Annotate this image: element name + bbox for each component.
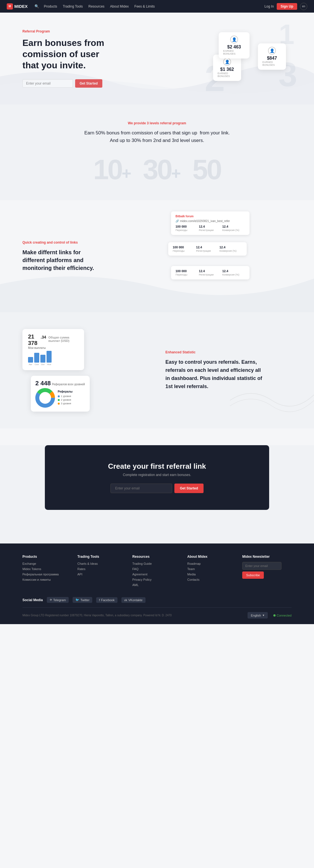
referrals-count: 2 448	[35, 380, 51, 387]
stats-demo: 21 378 .34 Общая сумма выплат (USD) Мои …	[22, 329, 149, 412]
bar-label-aug: Авг	[29, 363, 32, 366]
bar-sep	[34, 353, 39, 363]
footer-fees[interactable]: Комиссии и лимиты	[22, 578, 72, 581]
levels-description: Earn 50% bonus from comission of users t…	[73, 129, 241, 144]
levels-section: We provide 3 levels referral program Ear…	[0, 104, 314, 200]
bonus-label-2: EARNED BONUSES	[218, 72, 237, 78]
hero-bonus-cards: 1 2 3 👤 $2 463 EARNED BONUSES 👤 $1 362 E…	[213, 24, 286, 97]
nav-about[interactable]: About Midex	[110, 4, 129, 8]
hero-title: Earn bonuses from comission of user that…	[22, 37, 107, 71]
social-facebook[interactable]: f Facebook	[96, 597, 117, 603]
nav-links: Products Trading Tools Resources About M…	[44, 4, 265, 8]
logo-text: MIDEX	[14, 4, 28, 9]
social-telegram[interactable]: ✈ Telegram	[47, 597, 69, 603]
link-demo-card-2: 100 000 12.4 12.4 Переходы Регистрации К…	[168, 242, 247, 256]
stats-text: Enhanced Statistic Easy to control yours…	[165, 350, 291, 390]
footer-bottom: Midex Group LTD Registered number 108792…	[22, 607, 291, 619]
bar-label-nov: Ноя	[47, 363, 51, 366]
cta-form: Get Started	[67, 484, 247, 493]
footer-referral[interactable]: Реферальная программа	[22, 572, 72, 576]
pie-row: Рефералы 1 уровня 2 уровня 3 уровня	[35, 388, 85, 408]
bonus-amount-3: $847	[267, 56, 277, 61]
subscribe-button[interactable]: Subscribe	[242, 571, 264, 579]
social-label: Social Media	[22, 598, 43, 602]
pie-dot-2	[58, 399, 60, 401]
demo-card-title-1: Bitbalk forum	[175, 215, 245, 218]
footer-trading: Trading Tools Charts & Ideas Rates API	[77, 555, 127, 589]
cta-subtitle: Complete registration and start earn bon…	[67, 473, 247, 477]
footer-grid: Products Exchange Midex Tokens Реферальн…	[22, 555, 291, 589]
footer-exchange[interactable]: Exchange	[22, 562, 72, 565]
cta-button[interactable]: Get Started	[174, 484, 204, 493]
footer-api[interactable]: API	[77, 572, 127, 576]
nav-fees[interactable]: Fees & Limits	[134, 4, 155, 8]
demo-table-1: 100 000 12.4 12.4 Переходы Регистрации К…	[175, 225, 245, 231]
bonus-card-3: 👤 $847 EARNED BONUSES	[258, 43, 286, 70]
nav-resources[interactable]: Resources	[88, 4, 104, 8]
footer-about: About Midex Roadmap Team Media Contacts	[187, 555, 237, 589]
logo-icon: M	[7, 3, 13, 9]
nav-products[interactable]: Products	[44, 4, 57, 8]
footer-rates[interactable]: Rates	[77, 567, 127, 571]
search-icon[interactable]: 🔍	[34, 4, 39, 8]
stats-total-num: 21 378	[28, 334, 40, 346]
signup-button[interactable]: Sign Up	[277, 3, 297, 10]
footer-newsletter-title: Midex Newsletter	[242, 555, 291, 559]
nav-trading-tools[interactable]: Trading Tools	[63, 4, 83, 8]
footer-trading-guide[interactable]: Trading Guide	[132, 562, 182, 565]
demo-table-2: 100 000 12.4 12.4 Переходы Регистрации К…	[173, 246, 242, 252]
footer-contacts[interactable]: Contacts	[187, 578, 237, 581]
cta-email-input[interactable]	[111, 484, 172, 493]
bar-label-oct: Окт	[41, 363, 45, 366]
facebook-icon: f	[99, 598, 100, 602]
pie-chart	[35, 388, 55, 408]
connected-label: Connected	[277, 614, 291, 617]
footer-agreement[interactable]: Agreement	[132, 572, 182, 576]
stats-total-dummy: Общая сумма выплат (USD)	[49, 336, 79, 342]
stats-tag: Enhanced Statistic	[165, 350, 291, 354]
footer-aml[interactable]: AML	[132, 583, 182, 587]
footer-lang-selector[interactable]: English ▾	[248, 612, 268, 619]
footer-roadmap[interactable]: Roadmap	[187, 562, 237, 565]
footer-newsletter: Midex Newsletter Subscribe	[242, 555, 291, 589]
footer-media[interactable]: Media	[187, 572, 237, 576]
bar-oct	[40, 355, 46, 363]
newsletter-email-input[interactable]	[242, 562, 282, 570]
chevron-down-icon: ▾	[263, 614, 264, 617]
login-link[interactable]: Log In	[264, 4, 274, 8]
telegram-icon: ✈	[50, 598, 52, 602]
bonus-label-3: EARNED BONUSES	[262, 61, 282, 66]
footer-privacy[interactable]: Privacy Policy	[132, 578, 182, 581]
hero-cta-button[interactable]: Get Started	[75, 79, 102, 88]
pie-dot-1	[58, 395, 60, 397]
footer-social: Social Media ✈ Telegram 🐦 Twitter f Face…	[22, 597, 291, 603]
hero-email-input[interactable]	[22, 79, 73, 88]
bonus-card-1: 👤 $2 463 EARNED BONUSES	[219, 32, 250, 59]
lang-selector[interactable]: en	[300, 3, 307, 10]
footer: Products Exchange Midex Tokens Реферальн…	[0, 544, 314, 624]
links-text: Quick creating and control of links Make…	[22, 241, 149, 272]
bar-nov	[47, 351, 52, 363]
social-vkontakte[interactable]: vk VKontakte	[121, 597, 145, 603]
hero-section: Referral Program Earn bonuses from comis…	[0, 12, 314, 104]
navbar-right: Log In Sign Up en	[264, 3, 307, 10]
lang-label: English	[251, 614, 261, 617]
user-icon-2: 👤	[223, 58, 231, 66]
bonus-label-1: EARNED BONUSES	[223, 50, 245, 55]
levels-tag: We provide 3 levels referral program	[22, 121, 291, 125]
footer-about-title: About Midex	[187, 555, 237, 559]
footer-team[interactable]: Team	[187, 567, 237, 571]
logo[interactable]: M MIDEX	[7, 3, 28, 9]
footer-faq[interactable]: FAQ	[132, 567, 182, 571]
footer-charts[interactable]: Charts & Ideas	[77, 562, 127, 565]
links-tag: Quick creating and control of links	[22, 241, 149, 244]
footer-products: Products Exchange Midex Tokens Реферальн…	[22, 555, 72, 589]
cta-wrapper: Create your first referral link Complete…	[0, 445, 314, 544]
footer-midex-tokens[interactable]: Midex Tokens	[22, 567, 72, 571]
connected-status: Connected	[273, 614, 291, 617]
link-demo-card-3: 100 000 12.4 12.4 Переходы Регистрации К…	[171, 266, 250, 279]
stats-total-row: 21 378 .34 Общая сумма выплат (USD)	[28, 334, 79, 346]
pie-label-3: 3 уровня	[61, 402, 71, 405]
social-twitter[interactable]: 🐦 Twitter	[73, 597, 92, 603]
footer-trading-title: Trading Tools	[77, 555, 127, 559]
